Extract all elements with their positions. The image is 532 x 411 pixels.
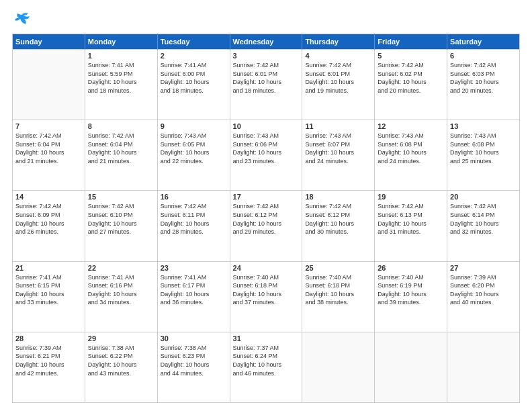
calendar-cell: 1Sunrise: 7:41 AMSunset: 5:59 PMDaylight… [85, 50, 157, 120]
calendar-cell: 28Sunrise: 7:39 AMSunset: 6:21 PMDayligh… [13, 332, 85, 402]
day-number: 4 [305, 52, 371, 60]
day-info: Sunrise: 7:41 AMSunset: 6:00 PMDaylight:… [161, 61, 227, 95]
calendar-cell: 25Sunrise: 7:40 AMSunset: 6:18 PMDayligh… [302, 261, 375, 332]
day-number: 8 [88, 122, 154, 130]
page: SundayMondayTuesdayWednesdayThursdayFrid… [0, 0, 532, 411]
calendar-cell: 31Sunrise: 7:37 AMSunset: 6:24 PMDayligh… [230, 332, 302, 402]
calendar-cell [375, 332, 447, 402]
calendar-header: SundayMondayTuesdayWednesdayThursdayFrid… [13, 34, 520, 50]
day-info: Sunrise: 7:43 AMSunset: 6:05 PMDaylight:… [161, 132, 227, 165]
calendar-cell [13, 50, 85, 120]
day-info: Sunrise: 7:42 AMSunset: 6:03 PMDaylight:… [450, 61, 517, 95]
day-info: Sunrise: 7:43 AMSunset: 6:06 PMDaylight:… [233, 132, 300, 165]
week-row-1: 7Sunrise: 7:42 AMSunset: 6:04 PMDaylight… [13, 120, 520, 191]
header-day-wednesday: Wednesday [230, 34, 302, 50]
calendar-cell: 12Sunrise: 7:43 AMSunset: 6:08 PMDayligh… [375, 120, 447, 191]
day-number: 9 [161, 122, 227, 130]
day-info: Sunrise: 7:41 AMSunset: 6:17 PMDaylight:… [161, 273, 227, 307]
header [12, 12, 520, 27]
day-number: 12 [378, 122, 444, 130]
day-number: 26 [378, 264, 444, 272]
calendar-cell: 5Sunrise: 7:42 AMSunset: 6:02 PMDaylight… [375, 50, 447, 120]
day-number: 19 [378, 193, 444, 201]
day-info: Sunrise: 7:42 AMSunset: 6:11 PMDaylight:… [161, 202, 227, 236]
calendar-cell: 30Sunrise: 7:38 AMSunset: 6:23 PMDayligh… [157, 332, 230, 402]
day-info: Sunrise: 7:41 AMSunset: 5:59 PMDaylight:… [88, 61, 154, 95]
calendar-cell: 2Sunrise: 7:41 AMSunset: 6:00 PMDaylight… [157, 50, 230, 120]
day-info: Sunrise: 7:41 AMSunset: 6:16 PMDaylight:… [88, 273, 154, 307]
calendar-cell [447, 332, 520, 402]
calendar-cell: 22Sunrise: 7:41 AMSunset: 6:16 PMDayligh… [85, 261, 157, 332]
day-number: 28 [15, 334, 82, 342]
day-info: Sunrise: 7:38 AMSunset: 6:23 PMDaylight:… [161, 344, 227, 377]
header-day-saturday: Saturday [447, 34, 520, 50]
day-number: 31 [233, 334, 300, 342]
calendar-cell: 4Sunrise: 7:42 AMSunset: 6:01 PMDaylight… [302, 50, 375, 120]
day-number: 13 [450, 122, 517, 130]
day-number: 29 [88, 334, 154, 342]
calendar-cell: 14Sunrise: 7:42 AMSunset: 6:09 PMDayligh… [13, 191, 85, 261]
day-number: 7 [15, 122, 82, 130]
day-number: 6 [450, 52, 517, 60]
day-info: Sunrise: 7:42 AMSunset: 6:09 PMDaylight:… [15, 202, 82, 236]
day-info: Sunrise: 7:43 AMSunset: 6:07 PMDaylight:… [305, 132, 371, 165]
day-number: 10 [233, 122, 300, 130]
calendar-cell: 9Sunrise: 7:43 AMSunset: 6:05 PMDaylight… [157, 120, 230, 191]
day-info: Sunrise: 7:43 AMSunset: 6:08 PMDaylight:… [378, 132, 444, 165]
day-info: Sunrise: 7:42 AMSunset: 6:12 PMDaylight:… [233, 202, 300, 236]
header-day-sunday: Sunday [13, 34, 85, 50]
day-info: Sunrise: 7:39 AMSunset: 6:21 PMDaylight:… [15, 344, 82, 377]
calendar-cell: 11Sunrise: 7:43 AMSunset: 6:07 PMDayligh… [302, 120, 375, 191]
calendar-cell: 3Sunrise: 7:42 AMSunset: 6:01 PMDaylight… [230, 50, 302, 120]
calendar-cell: 17Sunrise: 7:42 AMSunset: 6:12 PMDayligh… [230, 191, 302, 261]
calendar-cell: 26Sunrise: 7:40 AMSunset: 6:19 PMDayligh… [375, 261, 447, 332]
day-number: 1 [88, 52, 154, 60]
week-row-4: 28Sunrise: 7:39 AMSunset: 6:21 PMDayligh… [13, 332, 520, 402]
day-info: Sunrise: 7:42 AMSunset: 6:01 PMDaylight:… [305, 61, 371, 95]
day-info: Sunrise: 7:42 AMSunset: 6:12 PMDaylight:… [305, 202, 371, 236]
week-row-3: 21Sunrise: 7:41 AMSunset: 6:15 PMDayligh… [13, 261, 520, 332]
day-info: Sunrise: 7:42 AMSunset: 6:14 PMDaylight:… [450, 202, 517, 236]
logo-bird-icon [12, 12, 31, 27]
calendar-cell [302, 332, 375, 402]
calendar-cell: 20Sunrise: 7:42 AMSunset: 6:14 PMDayligh… [447, 191, 520, 261]
day-info: Sunrise: 7:42 AMSunset: 6:02 PMDaylight:… [378, 61, 444, 95]
day-number: 5 [378, 52, 444, 60]
header-day-monday: Monday [85, 34, 157, 50]
day-number: 16 [161, 193, 227, 201]
calendar-cell: 21Sunrise: 7:41 AMSunset: 6:15 PMDayligh… [13, 261, 85, 332]
day-info: Sunrise: 7:39 AMSunset: 6:20 PMDaylight:… [450, 273, 517, 307]
calendar-cell: 6Sunrise: 7:42 AMSunset: 6:03 PMDaylight… [447, 50, 520, 120]
header-day-friday: Friday [375, 34, 447, 50]
day-number: 23 [161, 264, 227, 272]
day-number: 27 [450, 264, 517, 272]
day-number: 3 [233, 52, 300, 60]
day-number: 17 [233, 193, 300, 201]
day-number: 25 [305, 264, 371, 272]
day-info: Sunrise: 7:42 AMSunset: 6:04 PMDaylight:… [15, 132, 82, 165]
day-info: Sunrise: 7:42 AMSunset: 6:01 PMDaylight:… [233, 61, 300, 95]
day-info: Sunrise: 7:42 AMSunset: 6:04 PMDaylight:… [88, 132, 154, 165]
calendar-cell: 24Sunrise: 7:40 AMSunset: 6:18 PMDayligh… [230, 261, 302, 332]
calendar-table: SundayMondayTuesdayWednesdayThursdayFrid… [12, 34, 520, 403]
day-number: 18 [305, 193, 371, 201]
day-number: 15 [88, 193, 154, 201]
day-info: Sunrise: 7:38 AMSunset: 6:22 PMDaylight:… [88, 344, 154, 377]
day-info: Sunrise: 7:40 AMSunset: 6:19 PMDaylight:… [378, 273, 444, 307]
day-number: 24 [233, 264, 300, 272]
calendar-cell: 8Sunrise: 7:42 AMSunset: 6:04 PMDaylight… [85, 120, 157, 191]
week-row-2: 14Sunrise: 7:42 AMSunset: 6:09 PMDayligh… [13, 191, 520, 261]
day-number: 2 [161, 52, 227, 60]
day-info: Sunrise: 7:42 AMSunset: 6:10 PMDaylight:… [88, 202, 154, 236]
day-info: Sunrise: 7:37 AMSunset: 6:24 PMDaylight:… [233, 344, 300, 377]
calendar-cell: 19Sunrise: 7:42 AMSunset: 6:13 PMDayligh… [375, 191, 447, 261]
calendar-cell: 16Sunrise: 7:42 AMSunset: 6:11 PMDayligh… [157, 191, 230, 261]
calendar-cell: 15Sunrise: 7:42 AMSunset: 6:10 PMDayligh… [85, 191, 157, 261]
day-number: 22 [88, 264, 154, 272]
calendar-cell: 10Sunrise: 7:43 AMSunset: 6:06 PMDayligh… [230, 120, 302, 191]
header-row: SundayMondayTuesdayWednesdayThursdayFrid… [13, 34, 520, 50]
day-number: 21 [15, 264, 82, 272]
calendar-body: 1Sunrise: 7:41 AMSunset: 5:59 PMDaylight… [13, 50, 520, 403]
week-row-0: 1Sunrise: 7:41 AMSunset: 5:59 PMDaylight… [13, 50, 520, 120]
calendar-cell: 27Sunrise: 7:39 AMSunset: 6:20 PMDayligh… [447, 261, 520, 332]
